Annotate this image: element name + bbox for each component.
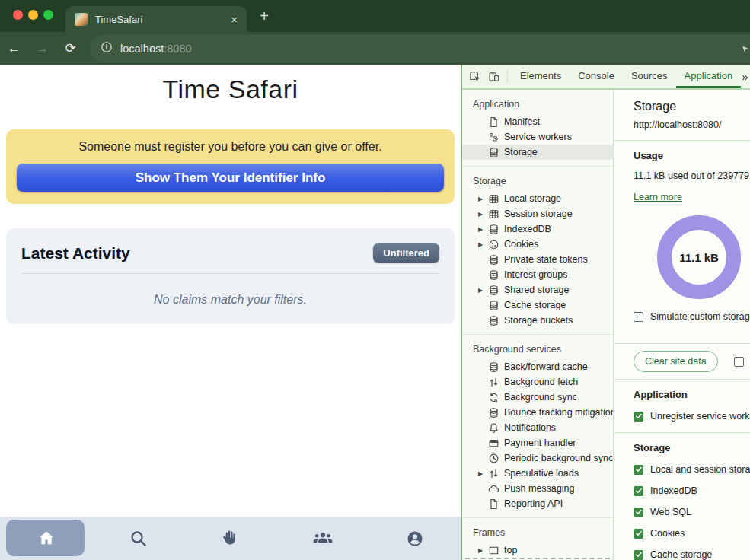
sidebar-item-periodic-background-sync[interactable]: Periodic background sync [462, 450, 613, 466]
checkbox-row-cache-storage[interactable]: Cache storage [634, 549, 750, 560]
close-window-button[interactable] [13, 10, 23, 20]
bell-icon [487, 422, 499, 434]
sidebar-item-background-fetch[interactable]: Background fetch [462, 374, 613, 390]
sidebar-item-storage[interactable]: Storage [462, 145, 613, 160]
sidebar-item-shared-storage[interactable]: ▶Shared storage [462, 282, 613, 298]
sidebar-item-service-workers[interactable]: Service workers [462, 129, 613, 145]
devtools-panel: ElementsConsoleSourcesApplication » Appl… [461, 65, 750, 560]
devtools-tab-elements[interactable]: Elements [512, 65, 570, 88]
sidebar-item-label: Session storage [504, 208, 573, 219]
minimize-window-button[interactable] [28, 10, 38, 20]
sidebar-item-session-storage[interactable]: ▶Session storage [462, 206, 613, 221]
file-icon [487, 116, 499, 128]
browser-tab[interactable]: TimeSafari × [65, 6, 247, 32]
sidebar-item-bounce-tracking-mitigations[interactable]: Bounce tracking mitigations [462, 405, 613, 420]
clear-site-data-row: Clear site data including third-party co… [614, 344, 750, 379]
sidebar-item-push-messaging[interactable]: Push messaging [462, 481, 613, 496]
database-icon [487, 223, 499, 235]
sidebar-item-cache-storage[interactable]: Cache storage [462, 298, 613, 313]
latest-activity-card: Latest Activity Unfiltered No claims mat… [6, 228, 455, 324]
sidebar-item-label: Back/forward cache [504, 361, 588, 372]
checked-checkbox[interactable] [634, 529, 643, 539]
expand-arrow-icon[interactable]: ▶ [478, 470, 487, 477]
sidebar-section-application: ApplicationManifestService workersStorag… [462, 90, 613, 160]
zoom-window-button[interactable] [43, 10, 53, 20]
database-icon [487, 269, 499, 281]
new-tab-button[interactable]: + [254, 8, 274, 25]
storage-panel-header: Storage http://localhost:8080/ [614, 90, 750, 141]
including-cookies-row[interactable]: including third-party cookies [734, 356, 750, 367]
nav-search-button[interactable] [92, 517, 184, 560]
profile-icon [405, 529, 425, 549]
more-tabs-icon[interactable]: » [742, 70, 748, 83]
database-icon [487, 299, 499, 311]
sidebar-item-label: Background fetch [504, 377, 578, 387]
reload-icon[interactable]: ⟳ [56, 40, 85, 56]
expand-arrow-icon[interactable]: ▶ [478, 287, 487, 294]
simulate-quota-checkbox[interactable] [634, 312, 643, 322]
sidebar-item-indexeddb[interactable]: ▶IndexedDB [462, 221, 613, 237]
cloud-icon [487, 482, 499, 495]
including-cookies-checkbox[interactable] [734, 357, 744, 367]
database-icon [487, 361, 499, 373]
checkbox-row-unregister-service-workers[interactable]: Unregister service workers [634, 411, 750, 422]
sidebar-item-local-storage[interactable]: ▶Local storage [462, 191, 613, 206]
expand-arrow-icon[interactable]: ▶ [478, 211, 487, 218]
site-info-icon[interactable] [101, 41, 113, 56]
checked-checkbox[interactable] [634, 486, 643, 496]
back-icon[interactable]: ← [0, 41, 28, 56]
checkbox-row-web-sql[interactable]: Web SQL [634, 507, 750, 517]
sidebar-item-background-sync[interactable]: Background sync [462, 390, 613, 405]
toolbar-overflow-icon[interactable] [742, 43, 749, 56]
sidebar-item-notifications[interactable]: Notifications [462, 420, 613, 435]
learn-more-link[interactable]: Learn more [634, 192, 682, 202]
storage-panel-title: Storage [634, 100, 750, 113]
sidebar-item-manifest[interactable]: Manifest [462, 114, 613, 129]
sidebar-item-storage-buckets[interactable]: Storage buckets [462, 313, 613, 328]
devtools-tab-application[interactable]: Application [676, 65, 742, 88]
nav-hand-button[interactable] [184, 517, 276, 560]
expand-arrow-icon[interactable]: ▶ [478, 196, 487, 202]
expand-arrow-icon[interactable]: ▶ [478, 241, 487, 248]
sidebar-section-frames: Frames▶top [462, 517, 613, 558]
nav-profile-button[interactable] [369, 517, 461, 560]
simulate-quota-row[interactable]: Simulate custom storage quota [634, 311, 750, 322]
sidebar-item-private-state-tokens[interactable]: Private state tokens [462, 252, 613, 267]
browser-chrome: TimeSafari × + ← → ⟳ localhost :8080 [0, 0, 750, 65]
expand-arrow-icon[interactable]: ▶ [478, 547, 487, 554]
checkbox-row-cookies[interactable]: Cookies [634, 528, 750, 539]
tab-close-icon[interactable]: × [231, 14, 238, 25]
sidebar-item-reporting-api[interactable]: Reporting API [462, 496, 613, 511]
nav-people-button[interactable] [276, 517, 369, 560]
devtools-tab-console[interactable]: Console [570, 65, 623, 88]
sidebar-item-payment-handler[interactable]: Payment handler [462, 435, 613, 450]
checkbox-row-indexeddb[interactable]: IndexedDB [634, 485, 750, 496]
inspect-element-icon[interactable] [465, 68, 484, 85]
forward-icon[interactable]: → [28, 41, 56, 56]
checked-checkbox[interactable] [634, 508, 643, 517]
checked-checkbox[interactable] [634, 550, 643, 560]
device-toolbar-icon[interactable] [484, 68, 503, 85]
unfiltered-button[interactable]: Unfiltered [373, 243, 439, 262]
checkbox-label: Local and session storage [650, 464, 750, 475]
expand-arrow-icon[interactable]: ▶ [478, 226, 487, 233]
sidebar-item-interest-groups[interactable]: Interest groups [462, 267, 613, 282]
clear-site-data-button[interactable]: Clear site data [634, 351, 718, 372]
url-bar[interactable]: localhost :8080 [90, 35, 750, 62]
sidebar-item-cookies[interactable]: ▶Cookies [462, 237, 613, 252]
sidebar-item-label: Shared storage [504, 285, 569, 295]
sidebar-item-back-forward-cache[interactable]: Back/forward cache [462, 359, 613, 374]
checked-checkbox[interactable] [634, 465, 643, 475]
nav-home-button[interactable] [0, 517, 92, 560]
checked-checkbox[interactable] [634, 412, 643, 422]
home-icon [37, 529, 56, 549]
show-identifier-info-button[interactable]: Show Them Your Identifier Info [17, 164, 444, 192]
devtools-tab-sources[interactable]: Sources [623, 65, 676, 88]
storage-section-title: Storage [634, 442, 750, 453]
simulate-quota-label: Simulate custom storage quota [650, 311, 750, 322]
checkbox-row-local-and-session-storage[interactable]: Local and session storage [634, 464, 750, 475]
sidebar-item-label: Interest groups [504, 269, 567, 280]
storage-panel: Storage http://localhost:8080/ Usage 11.… [614, 90, 750, 560]
sidebar-item-top[interactable]: ▶top [462, 542, 613, 558]
sidebar-item-speculative-loads[interactable]: ▶Speculative loads [462, 466, 613, 481]
